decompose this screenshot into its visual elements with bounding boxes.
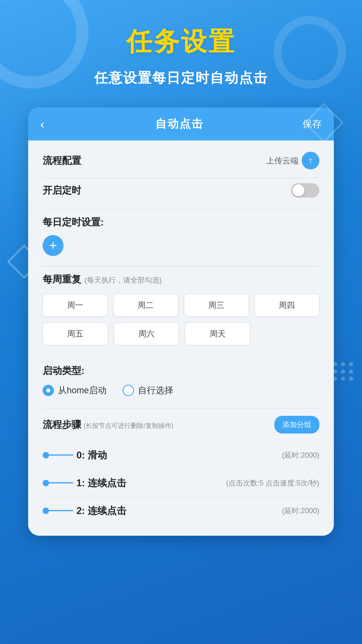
radio-custom[interactable]: 自行选择 — [123, 384, 173, 396]
steps-label-group: 流程步骤 (长按节点可进行删除/复制操作) — [43, 418, 173, 431]
save-button[interactable]: 保存 — [302, 118, 322, 130]
day-saturday[interactable]: 周六 — [114, 322, 179, 345]
day-thursday[interactable]: 周四 — [255, 294, 320, 317]
step-name-1: 1: 连续点击 — [76, 477, 223, 489]
divider-1 — [43, 178, 319, 178]
step-line-1 — [49, 482, 73, 483]
step-line-0 — [49, 454, 73, 456]
upload-button[interactable]: 上传云端 ↑ — [266, 152, 319, 169]
step-dot-2 — [43, 508, 49, 514]
schedule-label: 每日定时设置: — [43, 216, 319, 229]
add-group-button[interactable]: 添加分组 — [274, 416, 319, 433]
day-friday[interactable]: 周五 — [43, 322, 108, 345]
divider-5 — [43, 408, 319, 409]
radio-custom-label: 自行选择 — [138, 384, 173, 396]
step-name-2: 2: 连续点击 — [76, 504, 279, 517]
card-header: ‹ 自动点击 保存 — [28, 107, 334, 140]
background: 任务设置 任意设置每日定时自动点击 ‹ 自动点击 保存 流程配置 上传云端 ↑ — [0, 0, 362, 644]
weekly-label: 每周重复 — [43, 273, 81, 286]
timer-label: 开启定时 — [43, 184, 81, 197]
schedule-section: 每日定时设置: + — [43, 216, 319, 256]
launch-section: 启动类型: 从home启动 自行选择 — [43, 364, 319, 396]
step-line-2 — [49, 510, 73, 511]
card-title: 自动点击 — [155, 116, 204, 132]
back-button[interactable]: ‹ — [40, 117, 56, 132]
radio-home-circle[interactable] — [43, 385, 54, 396]
step-name-0: 0: 滑动 — [76, 449, 279, 462]
steps-hint: (长按节点可进行删除/复制操作) — [84, 422, 173, 430]
step-item-0[interactable]: 0: 滑动 (延时:2000) — [43, 442, 319, 469]
step-detail-0: (延时:2000) — [282, 450, 319, 460]
flow-config-label: 流程配置 — [43, 154, 81, 167]
weekly-section: 每周重复 (每天执行，请全部勾选) 周一 周二 周三 周四 周五 周六 周天 — [43, 273, 319, 345]
day-tuesday[interactable]: 周二 — [113, 294, 179, 317]
header-area: 任务设置 任意设置每日定时自动点击 — [0, 0, 362, 87]
add-schedule-button[interactable]: + — [43, 235, 64, 256]
radio-row: 从home启动 自行选择 — [43, 384, 319, 396]
page-title: 任务设置 — [0, 24, 362, 59]
launch-label: 启动类型: — [43, 364, 319, 377]
divider-4 — [43, 357, 319, 357]
day-monday[interactable]: 周一 — [43, 294, 108, 317]
weekdays-row1: 周一 周二 周三 周四 — [43, 294, 319, 317]
weekly-label-row: 每周重复 (每天执行，请全部勾选) — [43, 273, 319, 286]
plus-icon: + — [49, 238, 57, 252]
radio-home-label: 从home启动 — [58, 384, 107, 396]
page-subtitle: 任意设置每日定时自动点击 — [0, 69, 362, 87]
weekdays-row2: 周五 周六 周天 — [43, 322, 250, 345]
upload-icon-circle[interactable]: ↑ — [302, 152, 319, 169]
step-item-1[interactable]: 1: 连续点击 (点击次数:5 点击速度:5次/秒) — [43, 469, 319, 497]
divider-3 — [43, 266, 319, 266]
card-body: 流程配置 上传云端 ↑ 开启定时 每日定时设置: + — [28, 140, 334, 536]
step-detail-2: (延时:2000) — [282, 506, 319, 516]
steps-header-row: 流程步骤 (长按节点可进行删除/复制操作) 添加分组 — [43, 416, 319, 433]
upload-text: 上传云端 — [266, 155, 298, 166]
day-wednesday[interactable]: 周三 — [184, 294, 249, 317]
steps-label: 流程步骤 — [43, 418, 81, 431]
weekly-hint: (每天执行，请全部勾选) — [84, 275, 162, 285]
step-dot-1 — [43, 480, 49, 486]
timer-toggle-row: 开启定时 — [43, 180, 319, 201]
upload-arrow-icon: ↑ — [309, 156, 313, 165]
divider-2 — [43, 209, 319, 210]
day-sunday[interactable]: 周天 — [185, 322, 250, 345]
step-detail-1: (点击次数:5 点击速度:5次/秒) — [226, 478, 319, 488]
timer-toggle[interactable] — [291, 183, 319, 198]
radio-custom-circle[interactable] — [123, 385, 134, 396]
step-dot-0 — [43, 452, 49, 458]
steps-section: 流程步骤 (长按节点可进行删除/复制操作) 添加分组 0: 滑动 (延时:200… — [43, 416, 319, 524]
radio-home[interactable]: 从home启动 — [43, 384, 107, 396]
main-card: ‹ 自动点击 保存 流程配置 上传云端 ↑ 开启定时 — [28, 107, 334, 536]
flow-config-row: 流程配置 上传云端 ↑ — [43, 152, 319, 169]
step-item-2[interactable]: 2: 连续点击 (延时:2000) — [43, 497, 319, 524]
